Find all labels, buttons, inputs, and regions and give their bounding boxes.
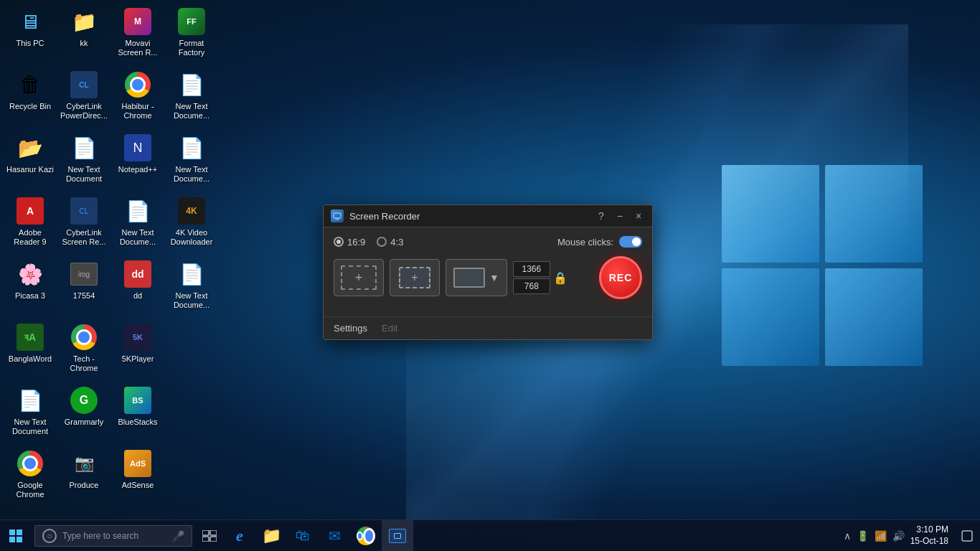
icon-this-pc[interactable]: 🖥 This PC <box>4 4 57 67</box>
capture-window-btn[interactable]: ▼ <box>446 259 507 296</box>
mouse-clicks-toggle[interactable] <box>619 236 642 248</box>
taskbar-edge[interactable]: e <box>224 520 255 552</box>
capture-fullscreen-btn[interactable]: + <box>334 259 384 296</box>
icon-google-chrome[interactable]: Google Chrome <box>4 446 57 509</box>
icon-produce[interactable]: 📷 Produce <box>57 446 110 509</box>
bluestacks-icon: BS <box>123 386 152 415</box>
screen-recorder-taskbar-icon <box>389 529 406 543</box>
notepadpp-label: Notepad++ <box>118 165 157 174</box>
svg-rect-3 <box>9 529 15 535</box>
taskbar-screen-recorder[interactable] <box>382 520 413 552</box>
width-input[interactable] <box>513 261 550 277</box>
icon-format-factory[interactable]: FF Format Factory <box>165 4 218 67</box>
icon-new-text-doc-2[interactable]: 📄 New Text Document <box>57 130 110 193</box>
icon-cyberlink-power[interactable]: CL CyberLink PowerDirec... <box>57 67 110 130</box>
capture-region-btn[interactable]: + <box>390 259 440 296</box>
icon-4k-downloader[interactable]: 4K 4K Video Downloader <box>165 193 218 256</box>
cyberlink-power-label: CyberLink PowerDirec... <box>60 102 108 121</box>
task-view-button[interactable] <box>195 520 224 552</box>
icon-grammarly[interactable]: G Grammarly <box>57 382 110 446</box>
cyberlink-screen-label: CyberLink Screen Re... <box>60 228 108 247</box>
produce-label: Produce <box>70 481 99 490</box>
tray-datetime[interactable]: 3:10 PM 15-Oct-18 <box>910 524 948 547</box>
taskbar-store[interactable]: 🛍 <box>287 520 319 552</box>
tray-chevron-icon[interactable]: ∧ <box>844 530 851 542</box>
folder-icon: 📁 <box>70 7 98 36</box>
edit-btn: Edit <box>382 323 397 334</box>
tray-time: 3:10 PM <box>910 524 948 536</box>
start-button[interactable] <box>0 520 32 552</box>
ratio-4-3-label: 4:3 <box>390 237 403 248</box>
taskbar-chrome[interactable] <box>350 520 382 552</box>
icon-5kplayer[interactable]: 5K 5KPlayer <box>111 319 164 382</box>
tray-volume-icon[interactable]: 🔊 <box>892 530 905 542</box>
icon-new-text-doc-4[interactable]: 📄 New Text Docume... <box>111 193 164 256</box>
taskbar-explorer[interactable]: 📁 <box>255 520 287 552</box>
google-chrome-icon <box>16 449 44 478</box>
icon-recycle-bin[interactable]: 🗑 Recycle Bin <box>4 67 57 130</box>
17554-icon: img <box>70 260 98 288</box>
dialog-minimize-btn[interactable]: − <box>613 209 626 222</box>
this-pc-icon: 🖥 <box>16 7 44 36</box>
icon-adobe-reader[interactable]: A Adobe Reader 9 <box>4 193 57 256</box>
settings-btn[interactable]: Settings <box>334 323 367 334</box>
recycle-bin-icon: 🗑 <box>16 70 44 99</box>
icon-cyberlink-screen[interactable]: CL CyberLink Screen Re... <box>57 193 110 256</box>
ratio-4-3-option[interactable]: 4:3 <box>377 237 403 248</box>
size-inputs-area: 🔒 <box>513 261 567 294</box>
dialog-body: 16:9 4:3 Mouse clicks: + <box>324 227 652 316</box>
habibur-chrome-label: Habibur - Chrome <box>113 102 162 121</box>
icon-adsense[interactable]: AdS AdSense <box>111 446 164 509</box>
new-text-doc-4-label: New Text Docume... <box>113 228 162 247</box>
height-input[interactable] <box>513 278 550 294</box>
new-text-doc-5-icon: 📄 <box>177 260 206 288</box>
icon-notepadpp[interactable]: N Notepad++ <box>111 130 164 193</box>
dialog-window-controls: ? − × <box>595 209 645 222</box>
new-text-doc-3-icon: 📄 <box>177 133 206 162</box>
picasa-icon: 🌸 <box>16 260 44 288</box>
dialog-help-btn[interactable]: ? <box>595 209 608 222</box>
svg-rect-4 <box>17 529 22 535</box>
svg-rect-8 <box>210 530 217 535</box>
taskbar-search[interactable]: ○ Type here to search 🎤 <box>34 525 192 547</box>
new-text-doc-2-icon: 📄 <box>70 133 98 162</box>
taskbar: ○ Type here to search 🎤 e 📁 🛍 <box>0 519 980 551</box>
svg-rect-1 <box>336 218 339 220</box>
ratio-16-9-radio[interactable] <box>334 237 344 247</box>
adsense-icon: AdS <box>123 449 152 478</box>
4k-downloader-label: 4K Video Downloader <box>167 228 216 247</box>
rec-button[interactable]: REC <box>599 256 642 299</box>
icon-banglaword[interactable]: বA BanglaWord <box>4 319 57 382</box>
icon-new-text-doc-6[interactable]: 📄 New Text Document <box>4 382 57 446</box>
icon-kk[interactable]: 📁 kk <box>57 4 110 67</box>
5kplayer-icon: 5K <box>123 323 152 352</box>
new-text-doc-5-label: New Text Docume... <box>167 291 216 310</box>
icon-movavi[interactable]: M Movavi Screen R... <box>111 4 164 67</box>
dialog-app-icon <box>331 209 344 222</box>
icon-new-text-doc-1[interactable]: 📄 New Text Docume... <box>165 67 218 130</box>
icon-hasanur[interactable]: 📂 Hasanur Kazi <box>4 130 57 193</box>
svg-rect-0 <box>334 213 341 218</box>
adobe-reader-icon: A <box>16 197 44 225</box>
ratio-16-9-option[interactable]: 16:9 <box>334 237 365 248</box>
ratio-4-3-radio[interactable] <box>377 237 387 247</box>
icon-picasa[interactable]: 🌸 Picasa 3 <box>4 256 57 319</box>
produce-icon: 📷 <box>70 449 98 478</box>
icon-dd[interactable]: dd dd <box>111 256 164 319</box>
icon-new-text-doc-5[interactable]: 📄 New Text Docume... <box>165 256 218 319</box>
icon-new-text-doc-3[interactable]: 📄 New Text Docume... <box>165 130 218 193</box>
cyberlink-screen-icon: CL <box>70 197 98 225</box>
hasanur-label: Hasanur Kazi <box>6 165 54 174</box>
taskbar-mail[interactable]: ✉ <box>319 520 350 552</box>
icon-bluestacks[interactable]: BS BlueStacks <box>111 382 164 446</box>
icon-tech-chrome[interactable]: Tech - Chrome <box>57 319 110 382</box>
taskbar-chrome-icon <box>357 527 375 545</box>
svg-rect-6 <box>17 537 22 542</box>
controls-row: + + ▼ <box>334 256 642 299</box>
icon-habibur-chrome[interactable]: Habibur - Chrome <box>111 67 164 130</box>
icon-17554[interactable]: img 17554 <box>57 256 110 319</box>
banglaword-label: BanglaWord <box>9 354 52 364</box>
ratio-16-9-label: 16:9 <box>347 237 365 248</box>
notification-center-btn[interactable] <box>954 520 980 552</box>
dialog-close-btn[interactable]: × <box>632 209 645 222</box>
